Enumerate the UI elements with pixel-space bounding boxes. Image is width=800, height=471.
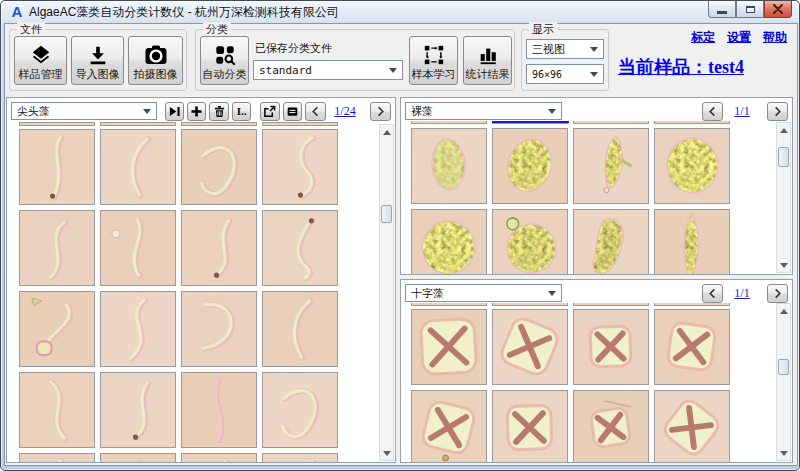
algae-thumbnail[interactable]: [573, 309, 649, 385]
view-mode-select[interactable]: 三视图: [526, 39, 604, 59]
algae-thumbnail[interactable]: [654, 309, 730, 385]
settings-link[interactable]: 设置: [727, 29, 751, 46]
rename-button[interactable]: I..: [232, 102, 251, 121]
capture-images-button[interactable]: 拍摄图像: [128, 36, 183, 85]
scroll-down-button[interactable]: [777, 446, 790, 460]
algae-thumbnail[interactable]: [573, 390, 649, 463]
algae-thumbnail[interactable]: [492, 390, 568, 463]
algae-thumbnail[interactable]: [181, 210, 257, 286]
close-button[interactable]: [764, 1, 792, 18]
algae-thumbnail[interactable]: [411, 209, 487, 275]
minimize-button[interactable]: [708, 1, 736, 18]
scrollbar-thumb[interactable]: [778, 359, 789, 375]
algae-thumbnail[interactable]: [100, 129, 176, 205]
algae-thumbnail[interactable]: [19, 291, 95, 367]
page-indicator[interactable]: 1/24: [326, 104, 364, 119]
import-images-button[interactable]: 导入图像: [71, 36, 124, 85]
page-indicator[interactable]: 1/1: [723, 104, 761, 119]
algae-thumbnail[interactable]: [573, 128, 649, 204]
partial-thumbnail[interactable]: [262, 122, 338, 126]
algae-thumbnail[interactable]: [262, 129, 338, 205]
stats-result-button[interactable]: 统计结果: [463, 36, 512, 85]
maximize-button[interactable]: [736, 1, 764, 18]
camera-icon: [144, 44, 168, 66]
panel-pointed-algae: 尖头藻 I.. 1/24: [6, 97, 396, 463]
algae-thumbnail[interactable]: [262, 210, 338, 286]
algae-thumbnail[interactable]: [573, 209, 649, 275]
algae-thumbnail[interactable]: [654, 390, 730, 463]
algae-thumbnail[interactable]: [181, 372, 257, 448]
algae-thumbnail[interactable]: [492, 209, 568, 275]
import-arrow-icon: [87, 44, 109, 66]
algae-thumbnail[interactable]: [492, 128, 568, 204]
current-sample-link[interactable]: 当前样品：test4: [618, 55, 744, 79]
sample-learn-label: 样本学习: [412, 67, 456, 82]
scrollbar-thumb[interactable]: [381, 205, 392, 223]
algae-thumbnail[interactable]: [100, 453, 176, 463]
algae-thumbnail[interactable]: [262, 291, 338, 367]
category-select-right-top[interactable]: 裸藻: [405, 102, 562, 120]
file-group-label: 文件: [17, 22, 45, 37]
partial-thumbnail[interactable]: [181, 122, 257, 126]
algae-thumbnail[interactable]: [411, 390, 487, 463]
auto-classify-button[interactable]: 自动分类: [200, 36, 249, 85]
vertical-scrollbar[interactable]: [379, 124, 394, 461]
panel-header: 裸藻 1/1: [405, 101, 788, 121]
panel-euglena: 裸藻 1/1: [400, 97, 793, 275]
sample-manage-label: 样品管理: [19, 67, 63, 82]
save-image-button[interactable]: [283, 102, 302, 121]
scroll-down-button[interactable]: [777, 258, 790, 272]
algae-thumbnail[interactable]: [262, 372, 338, 448]
algae-thumbnail[interactable]: [181, 129, 257, 205]
calibrate-link[interactable]: 标定: [691, 29, 715, 46]
thumb-size-select[interactable]: 96×96: [526, 64, 604, 84]
algae-thumbnail[interactable]: [411, 128, 487, 204]
prev-page-button[interactable]: [702, 102, 723, 121]
sample-learn-button[interactable]: 样本学习: [409, 36, 458, 85]
prev-page-button[interactable]: [702, 284, 723, 303]
category-select-right-bottom[interactable]: 十字藻: [405, 284, 562, 302]
scrollbar-thumb[interactable]: [778, 147, 789, 167]
category-value: 尖头藻: [17, 104, 50, 119]
vertical-scrollbar[interactable]: [776, 303, 791, 461]
algae-thumbnail[interactable]: [262, 453, 338, 463]
classify-group-label: 分类: [203, 22, 231, 37]
scroll-up-button[interactable]: [380, 125, 393, 139]
algae-thumbnail[interactable]: [19, 453, 95, 463]
algae-thumbnail[interactable]: [100, 291, 176, 367]
algae-thumbnail[interactable]: [19, 210, 95, 286]
partial-thumbnail[interactable]: [100, 122, 176, 126]
export-button[interactable]: [260, 102, 279, 121]
add-button[interactable]: [187, 102, 206, 121]
bar-chart-icon: [477, 44, 499, 66]
algae-thumbnail[interactable]: [411, 309, 487, 385]
algae-thumbnail[interactable]: [654, 209, 730, 275]
scroll-down-button[interactable]: [380, 446, 393, 460]
sample-manage-button[interactable]: 样品管理: [14, 36, 67, 85]
algae-thumbnail[interactable]: [492, 309, 568, 385]
layers-icon: [30, 44, 52, 66]
scroll-up-button[interactable]: [777, 123, 790, 137]
partial-thumbnail[interactable]: [19, 122, 95, 126]
next-page-button[interactable]: [767, 102, 788, 121]
prev-page-button[interactable]: [305, 102, 326, 121]
help-link[interactable]: 帮助: [763, 29, 787, 46]
algae-thumbnail[interactable]: [181, 291, 257, 367]
next-page-button[interactable]: [370, 102, 391, 121]
delete-button[interactable]: [209, 102, 228, 121]
algae-thumbnail[interactable]: [654, 128, 730, 204]
algae-thumbnail[interactable]: [100, 372, 176, 448]
play-next-button[interactable]: [165, 102, 184, 121]
next-page-button[interactable]: [767, 284, 788, 303]
algae-thumbnail[interactable]: [19, 372, 95, 448]
algae-thumbnail[interactable]: [181, 453, 257, 463]
page-indicator[interactable]: 1/1: [723, 286, 761, 301]
algae-thumbnail[interactable]: [100, 210, 176, 286]
corner-squares-arrows-icon: [423, 44, 445, 66]
vertical-scrollbar[interactable]: [776, 122, 791, 273]
saved-file-select[interactable]: standard: [253, 60, 403, 80]
algae-thumbnail[interactable]: [19, 129, 95, 205]
scroll-up-button[interactable]: [777, 304, 790, 318]
category-select-left[interactable]: 尖头藻: [11, 102, 157, 120]
title-bar: A AlgaeAC藻类自动分类计数仪 - 杭州万深检测科技有限公司: [1, 1, 799, 23]
